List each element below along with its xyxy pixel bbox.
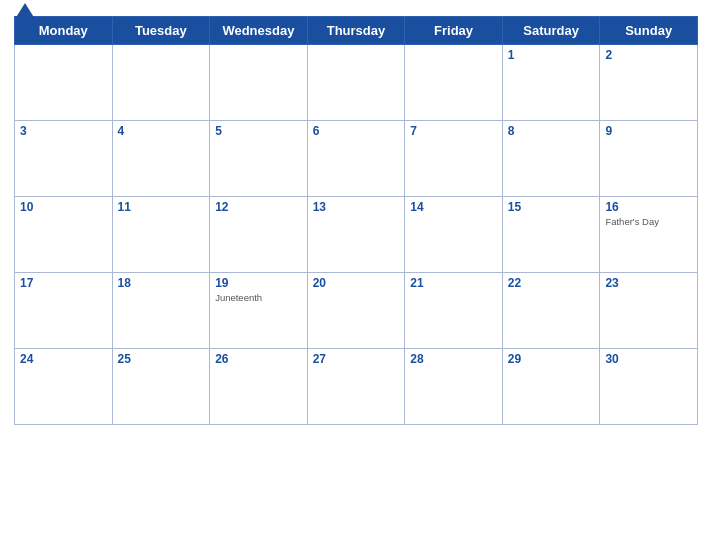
day-cell <box>405 45 503 121</box>
weekday-monday: Monday <box>15 17 113 45</box>
day-number: 21 <box>410 276 497 290</box>
week-row-1: 12 <box>15 45 698 121</box>
day-number: 24 <box>20 352 107 366</box>
holiday-label: Father's Day <box>605 216 692 227</box>
day-number: 5 <box>215 124 302 138</box>
day-number: 14 <box>410 200 497 214</box>
svg-marker-0 <box>16 3 34 17</box>
calendar-grid: MondayTuesdayWednesdayThursdayFridaySatu… <box>14 16 698 425</box>
day-number: 1 <box>508 48 595 62</box>
day-cell: 2 <box>600 45 698 121</box>
day-cell <box>210 45 308 121</box>
day-number: 9 <box>605 124 692 138</box>
weekday-sunday: Sunday <box>600 17 698 45</box>
day-number: 11 <box>118 200 205 214</box>
day-cell: 29 <box>502 349 600 425</box>
day-cell: 5 <box>210 121 308 197</box>
day-number: 23 <box>605 276 692 290</box>
day-number: 4 <box>118 124 205 138</box>
day-number: 19 <box>215 276 302 290</box>
day-number: 3 <box>20 124 107 138</box>
day-number: 27 <box>313 352 400 366</box>
weekday-wednesday: Wednesday <box>210 17 308 45</box>
weekday-friday: Friday <box>405 17 503 45</box>
day-cell <box>307 45 405 121</box>
day-cell: 20 <box>307 273 405 349</box>
day-number: 26 <box>215 352 302 366</box>
day-number: 18 <box>118 276 205 290</box>
day-cell: 12 <box>210 197 308 273</box>
day-cell: 10 <box>15 197 113 273</box>
day-cell: 30 <box>600 349 698 425</box>
day-cell: 22 <box>502 273 600 349</box>
day-cell: 6 <box>307 121 405 197</box>
day-number: 12 <box>215 200 302 214</box>
weekday-thursday: Thursday <box>307 17 405 45</box>
logo-icon <box>16 3 34 17</box>
day-cell: 13 <box>307 197 405 273</box>
day-cell: 28 <box>405 349 503 425</box>
day-cell: 14 <box>405 197 503 273</box>
holiday-label: Juneteenth <box>215 292 302 303</box>
day-cell: 24 <box>15 349 113 425</box>
day-cell: 15 <box>502 197 600 273</box>
day-number: 7 <box>410 124 497 138</box>
day-number: 2 <box>605 48 692 62</box>
week-row-5: 24252627282930 <box>15 349 698 425</box>
day-cell: 8 <box>502 121 600 197</box>
day-cell: 11 <box>112 197 210 273</box>
day-cell: 9 <box>600 121 698 197</box>
weekday-header-row: MondayTuesdayWednesdayThursdayFridaySatu… <box>15 17 698 45</box>
day-cell: 21 <box>405 273 503 349</box>
day-cell: 23 <box>600 273 698 349</box>
day-number: 22 <box>508 276 595 290</box>
day-number: 8 <box>508 124 595 138</box>
day-number: 13 <box>313 200 400 214</box>
day-number: 20 <box>313 276 400 290</box>
day-cell: 16Father's Day <box>600 197 698 273</box>
day-number: 16 <box>605 200 692 214</box>
day-cell: 25 <box>112 349 210 425</box>
week-row-3: 10111213141516Father's Day <box>15 197 698 273</box>
day-number: 29 <box>508 352 595 366</box>
day-cell: 4 <box>112 121 210 197</box>
weekday-tuesday: Tuesday <box>112 17 210 45</box>
day-cell <box>112 45 210 121</box>
day-number: 30 <box>605 352 692 366</box>
day-cell: 17 <box>15 273 113 349</box>
day-cell: 19Juneteenth <box>210 273 308 349</box>
day-cell: 1 <box>502 45 600 121</box>
day-cell: 3 <box>15 121 113 197</box>
week-row-4: 171819Juneteenth20212223 <box>15 273 698 349</box>
day-number: 17 <box>20 276 107 290</box>
day-cell: 7 <box>405 121 503 197</box>
day-number: 10 <box>20 200 107 214</box>
day-cell: 26 <box>210 349 308 425</box>
day-number: 15 <box>508 200 595 214</box>
day-cell <box>15 45 113 121</box>
day-number: 6 <box>313 124 400 138</box>
week-row-2: 3456789 <box>15 121 698 197</box>
day-cell: 18 <box>112 273 210 349</box>
day-number: 28 <box>410 352 497 366</box>
day-cell: 27 <box>307 349 405 425</box>
day-number: 25 <box>118 352 205 366</box>
weekday-saturday: Saturday <box>502 17 600 45</box>
logo-area <box>14 3 34 17</box>
calendar-wrapper: MondayTuesdayWednesdayThursdayFridaySatu… <box>0 0 712 550</box>
